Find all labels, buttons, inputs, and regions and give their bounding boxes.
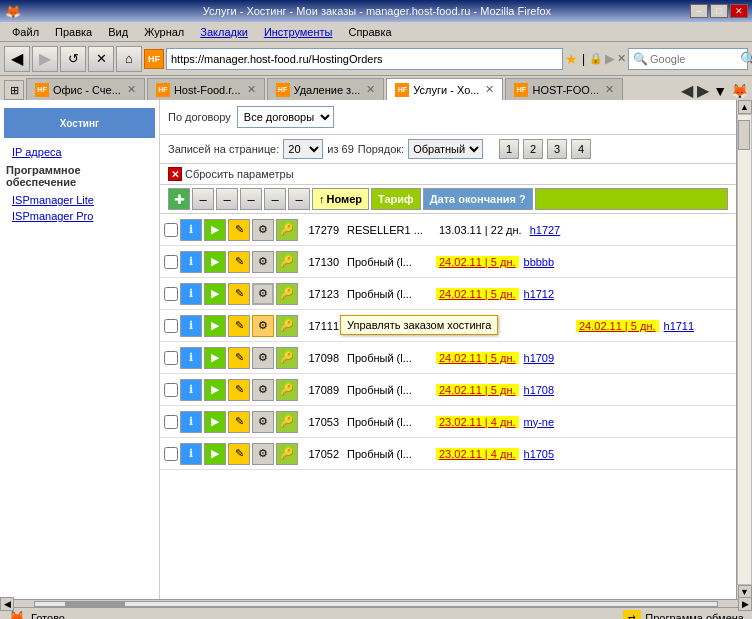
gear-button-8[interactable]: ⚙: [252, 443, 274, 465]
horizontal-scrollbar[interactable]: ◀ ▶: [0, 599, 752, 607]
col-header-tariff[interactable]: Тариф: [371, 188, 421, 210]
row-checkbox-3[interactable]: [164, 287, 178, 301]
menu-bookmarks[interactable]: Закладки: [192, 24, 256, 40]
key-button-2[interactable]: 🔑: [276, 251, 298, 273]
key-button-1[interactable]: 🔑: [276, 219, 298, 241]
gear-button-6[interactable]: ⚙: [252, 379, 274, 401]
add-button[interactable]: ✚: [168, 188, 190, 210]
menu-tools[interactable]: Инструменты: [256, 24, 341, 40]
new-tab-button[interactable]: ⊞: [4, 80, 24, 100]
row-checkbox-6[interactable]: [164, 383, 178, 397]
h-scroll-thumb[interactable]: [65, 602, 125, 606]
action-btn-5[interactable]: –: [288, 188, 310, 210]
row-checkbox-7[interactable]: [164, 415, 178, 429]
order-date-4[interactable]: 24.02.11 | 5 дн.: [576, 320, 659, 332]
info-button-4[interactable]: ℹ: [180, 315, 202, 337]
key-button-7[interactable]: 🔑: [276, 411, 298, 433]
lock-icon[interactable]: 🔒: [589, 52, 603, 65]
back-button[interactable]: ◀: [4, 46, 30, 72]
menu-edit[interactable]: Правка: [47, 24, 100, 40]
tabs-menu-icon[interactable]: ▼: [713, 83, 727, 99]
order-domain-5[interactable]: h1709: [521, 352, 571, 364]
info-button-2[interactable]: ℹ: [180, 251, 202, 273]
tab-hostfood[interactable]: HF Host-Food.r... ✕: [147, 78, 265, 100]
row-checkbox-5[interactable]: [164, 351, 178, 365]
records-per-page-select[interactable]: 20: [283, 139, 323, 159]
forward-button[interactable]: ▶: [32, 46, 58, 72]
info-button-1[interactable]: ℹ: [180, 219, 202, 241]
sidebar-link-ip[interactable]: IP адреса: [4, 144, 155, 160]
go-button-3[interactable]: ▶: [204, 283, 226, 305]
gear-button-1[interactable]: ⚙: [252, 219, 274, 241]
page-btn-1[interactable]: 1: [499, 139, 519, 159]
go-button-7[interactable]: ▶: [204, 411, 226, 433]
action-btn-4[interactable]: –: [264, 188, 286, 210]
tab-close-3[interactable]: ✕: [366, 83, 375, 96]
minimize-button[interactable]: –: [690, 4, 708, 18]
order-domain-2[interactable]: bbbbb: [521, 256, 571, 268]
scroll-up-button[interactable]: ▲: [738, 100, 752, 114]
scroll-thumb[interactable]: [738, 120, 750, 150]
go-button-1[interactable]: ▶: [204, 219, 226, 241]
order-domain-7[interactable]: my-ne: [521, 416, 571, 428]
order-domain-1[interactable]: h1727: [527, 224, 577, 236]
go-button-6[interactable]: ▶: [204, 379, 226, 401]
search-input[interactable]: [650, 53, 740, 65]
row-checkbox-2[interactable]: [164, 255, 178, 269]
gear-button-5[interactable]: ⚙: [252, 347, 274, 369]
menu-journal[interactable]: Журнал: [136, 24, 192, 40]
tabs-prev-icon[interactable]: ◀: [681, 81, 693, 100]
scroll-right-button[interactable]: ▶: [738, 597, 752, 611]
row-checkbox-1[interactable]: [164, 223, 178, 237]
stop-button[interactable]: ✕: [88, 46, 114, 72]
tab-close-5[interactable]: ✕: [605, 83, 614, 96]
order-date-8[interactable]: 23.02.11 | 4 дн.: [436, 448, 519, 460]
menu-file[interactable]: Файл: [4, 24, 47, 40]
row-checkbox-4[interactable]: [164, 319, 178, 333]
info-button-5[interactable]: ℹ: [180, 347, 202, 369]
action-btn-3[interactable]: –: [240, 188, 262, 210]
maximize-button[interactable]: □: [710, 4, 728, 18]
order-date-1[interactable]: 13.03.11 | 22 дн.: [436, 224, 525, 236]
tabs-next-icon[interactable]: ▶: [697, 81, 709, 100]
tab-close-2[interactable]: ✕: [247, 83, 256, 96]
page-btn-2[interactable]: 2: [523, 139, 543, 159]
go-button-8[interactable]: ▶: [204, 443, 226, 465]
go-button-4[interactable]: ▶: [204, 315, 226, 337]
col-header-expire[interactable]: Дата окончания ?: [423, 188, 533, 210]
page-btn-4[interactable]: 4: [571, 139, 591, 159]
tab-close-1[interactable]: ✕: [127, 83, 136, 96]
sidebar-link-isp-lite[interactable]: ISPmanager Lite: [4, 192, 155, 208]
info-button-8[interactable]: ℹ: [180, 443, 202, 465]
order-date-7[interactable]: 23.02.11 | 4 дн.: [436, 416, 519, 428]
row-checkbox-8[interactable]: [164, 447, 178, 461]
action-btn-1[interactable]: –: [192, 188, 214, 210]
tab-hostfoo[interactable]: HF HOST-FOO... ✕: [505, 78, 623, 100]
tab-hosting[interactable]: HF Услуги - Хо... ✕: [386, 78, 503, 100]
scrollbar[interactable]: ▲ ▼: [736, 100, 752, 599]
gear-button-4[interactable]: ⚙: [252, 315, 274, 337]
order-date-2[interactable]: 24.02.11 | 5 дн.: [436, 256, 519, 268]
gear-button-3[interactable]: ⚙: [252, 283, 274, 305]
go-button-5[interactable]: ▶: [204, 347, 226, 369]
action-btn-2[interactable]: –: [216, 188, 238, 210]
order-domain-4[interactable]: h1711: [661, 320, 711, 332]
tab-delete[interactable]: HF Удаление з... ✕: [267, 78, 385, 100]
filter-contract-select[interactable]: Все договоры: [237, 106, 334, 128]
menu-view[interactable]: Вид: [100, 24, 136, 40]
go-button-2[interactable]: ▶: [204, 251, 226, 273]
info-button-7[interactable]: ℹ: [180, 411, 202, 433]
reload-button[interactable]: ↺: [60, 46, 86, 72]
edit-button-1[interactable]: ✎: [228, 219, 250, 241]
sidebar-link-isp-pro[interactable]: ISPmanager Pro: [4, 208, 155, 224]
menu-help[interactable]: Справка: [340, 24, 399, 40]
reset-params-button[interactable]: ✕ Сбросить параметры: [168, 167, 294, 181]
stop-x-icon[interactable]: ✕: [617, 52, 626, 65]
page-btn-3[interactable]: 3: [547, 139, 567, 159]
order-domain-8[interactable]: h1705: [521, 448, 571, 460]
edit-button-4[interactable]: ✎: [228, 315, 250, 337]
home-button[interactable]: ⌂: [116, 46, 142, 72]
edit-button-2[interactable]: ✎: [228, 251, 250, 273]
key-button-8[interactable]: 🔑: [276, 443, 298, 465]
edit-button-5[interactable]: ✎: [228, 347, 250, 369]
